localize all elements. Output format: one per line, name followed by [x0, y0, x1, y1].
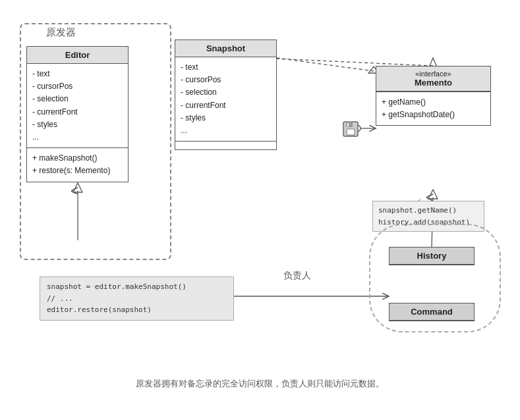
- note-line1: snapshot.getName(): [378, 205, 478, 217]
- memento-header: «interface» Memento: [376, 66, 490, 92]
- command-header: Command: [390, 303, 474, 321]
- editor-header: Editor: [27, 47, 128, 64]
- svg-line-4: [277, 58, 374, 71]
- history-title: History: [417, 251, 447, 261]
- snapshot-box: Snapshot - text - cursorPos - selection …: [175, 39, 277, 150]
- memento-methods: + getName() + getSnapshotDate(): [376, 92, 490, 125]
- svg-line-2: [259, 58, 433, 66]
- memento-box: «interface» Memento + getName() + getSna…: [376, 66, 491, 126]
- caption: 原发器拥有对备忘录的完全访问权限，负责人则只能访问元数据。: [0, 379, 520, 390]
- history-header: History: [390, 248, 474, 265]
- floppy-icon: [341, 120, 360, 140]
- svg-rect-17: [347, 129, 355, 135]
- snapshot-fields: - text - cursorPos - selection - current…: [175, 57, 276, 141]
- svg-marker-13: [428, 190, 438, 199]
- caretaker-label: 负责人: [283, 270, 311, 282]
- memento-stereotype: «interface»: [382, 70, 485, 78]
- code-snippet-box: snapshot = editor.makeSnapshot() // ... …: [40, 276, 234, 321]
- history-box: History: [389, 247, 475, 265]
- editor-box: Editor - text - cursorPos - selection - …: [26, 46, 129, 182]
- command-box: Command: [389, 303, 475, 321]
- snapshot-header: Snapshot: [175, 40, 276, 57]
- snapshot-title: Snapshot: [206, 43, 245, 53]
- command-title: Command: [411, 307, 453, 317]
- memento-title: Memento: [415, 78, 452, 88]
- editor-title: Editor: [65, 50, 90, 60]
- editor-methods: + makeSnapshot() + restore(s: Memento): [27, 148, 128, 181]
- editor-fields: - text - cursorPos - selection - current…: [27, 64, 128, 147]
- svg-rect-18: [347, 123, 349, 126]
- diagram-container: 原发器 Editor - text - cursorPos - selectio…: [0, 0, 520, 395]
- snapshot-methods: [175, 142, 276, 149]
- svg-rect-16: [346, 122, 353, 127]
- originator-label: 原发器: [46, 26, 76, 39]
